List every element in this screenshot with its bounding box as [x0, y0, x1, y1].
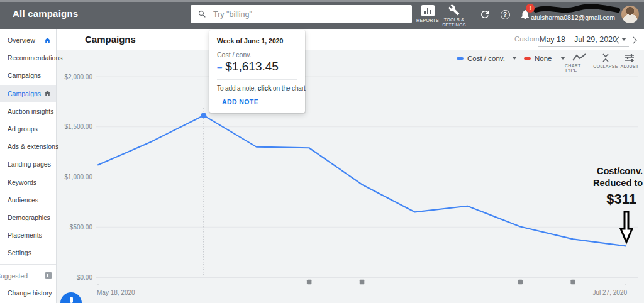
search-box[interactable]: Try "billing" [191, 5, 412, 23]
y-tick-label: $1,000.00 [65, 174, 93, 180]
series-dash-icon: – [217, 62, 222, 72]
refresh-icon [479, 9, 491, 20]
adjust-icon [625, 53, 635, 62]
down-arrow-icon [619, 211, 634, 245]
annotation-line2: Reduced to [574, 177, 643, 189]
y-tick-label: $0.00 [77, 274, 92, 281]
search-placeholder: Try "billing" [213, 10, 252, 19]
collapse-icon [601, 53, 611, 62]
cost-conv-line [98, 116, 626, 246]
top-bar: All campaigns Try "billing" REPORTS TOOL… [0, 0, 644, 29]
notification-badge: ! [526, 4, 535, 13]
tooltip-title: Week of June 1, 2020 [217, 37, 297, 45]
note-marker [570, 280, 575, 285]
chart-type-icon [572, 53, 587, 62]
annotation-line1: Cost/conv. [574, 165, 643, 177]
metric1-label: Cost / conv. [467, 55, 505, 62]
reports-button[interactable]: REPORTS [417, 5, 438, 23]
adjust-button[interactable]: ADJUST [618, 53, 641, 69]
metric2-color-swatch [524, 57, 531, 60]
chart-type-label: CHART TYPE [565, 63, 594, 72]
collapse-button[interactable]: COLLAPSE [594, 53, 618, 69]
chart-plot-area[interactable]: $2,000.00$1,500.00$1,000.00$500.00$0.00M… [0, 0, 644, 303]
reports-icon [421, 5, 435, 16]
metric1-dropdown[interactable]: Cost / conv. [457, 54, 517, 65]
reports-label: REPORTS [416, 18, 439, 23]
chart-type-button[interactable]: CHART TYPE [565, 53, 594, 72]
tools-settings-label: TOOLS &SETTINGS [442, 18, 465, 28]
avatar[interactable] [621, 6, 639, 23]
adjust-label: ADJUST [620, 64, 638, 69]
note-marker [360, 280, 365, 285]
chevron-down-icon [512, 57, 517, 60]
metric2-label: None [535, 55, 552, 62]
cost-reduction-annotation: Cost/conv. Reduced to $311 [574, 165, 643, 207]
note-marker [307, 280, 312, 285]
y-tick-label: $500.00 [70, 224, 93, 231]
tooltip-metric: Cost / conv. [217, 51, 297, 58]
help-button[interactable]: ? [498, 8, 512, 21]
tooltip-value: $1,613.45 [225, 60, 279, 74]
highlighted-point [201, 113, 206, 118]
help-icon: ? [501, 10, 510, 19]
y-tick-label: $1,500.00 [65, 123, 93, 130]
tooltip-hint: To add a note, click on the chart [217, 85, 297, 92]
metric2-dropdown[interactable]: None [524, 54, 565, 65]
refresh-button[interactable] [478, 8, 492, 21]
metric1-color-swatch [457, 57, 464, 60]
chart-tooltip: Week of June 1, 2020 Cost / conv. – $1,6… [209, 30, 305, 113]
note-marker [518, 280, 523, 285]
y-tick-label: $2,000.00 [65, 74, 93, 80]
collapse-label: COLLAPSE [593, 64, 618, 69]
wrench-icon [448, 4, 460, 16]
header-divider [470, 6, 470, 23]
app-title: All campaigns [13, 8, 78, 19]
window-top-strip [0, 0, 644, 2]
google-ads-app: All campaigns Try "billing" REPORTS TOOL… [0, 0, 644, 303]
redaction-scribble [533, 4, 620, 15]
x-axis-label: May 18, 2020 [97, 289, 135, 296]
annotation-value: $311 [574, 191, 643, 207]
tools-settings-button[interactable]: TOOLS &SETTINGS [441, 4, 467, 28]
add-note-button[interactable]: ADD NOTE [222, 98, 297, 106]
search-icon [197, 9, 207, 19]
tooltip-divider [217, 79, 297, 80]
x-axis-label: Jul 27, 2020 [593, 289, 628, 296]
